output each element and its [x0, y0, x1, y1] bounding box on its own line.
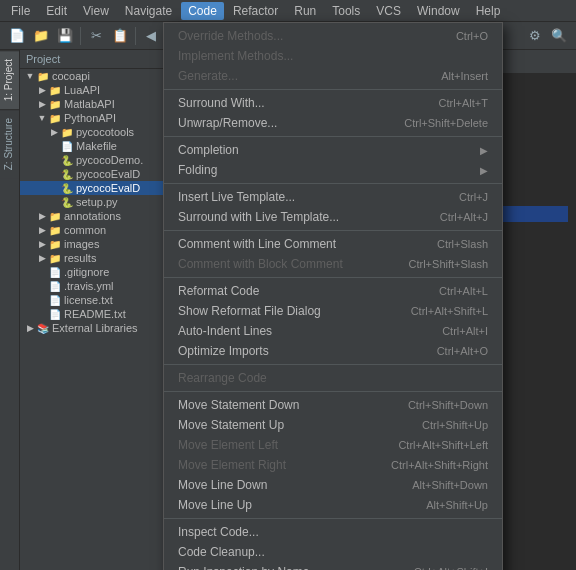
- menu-code[interactable]: Code: [181, 2, 224, 20]
- move-line-down-shortcut: Alt+Shift+Down: [412, 479, 488, 491]
- implement-methods-label: Implement Methods...: [178, 49, 488, 63]
- menu-move-line-down[interactable]: Move Line Down Alt+Shift+Down: [164, 475, 502, 495]
- tree-label-travis: .travis.yml: [64, 280, 114, 292]
- completion-label: Completion: [178, 143, 480, 157]
- copy-btn[interactable]: 📋: [109, 25, 131, 47]
- tree-item-cocoapi[interactable]: ▼ 📁 cocoapi: [20, 69, 170, 83]
- menubar: File Edit View Navigate Code Refactor Ru…: [0, 0, 576, 22]
- menu-folding[interactable]: Folding ▶: [164, 160, 502, 180]
- menu-reformat-code[interactable]: Reformat Code Ctrl+Alt+L: [164, 281, 502, 301]
- sep1: [80, 27, 81, 45]
- tree-item-images[interactable]: ▶ 📁 images: [20, 237, 170, 251]
- reformat-code-shortcut: Ctrl+Alt+L: [439, 285, 488, 297]
- tree-item-license[interactable]: 📄 license.txt: [20, 293, 170, 307]
- tree-item-pycocodemo1[interactable]: 🐍 pycocoDemo.: [20, 153, 170, 167]
- menu-auto-indent[interactable]: Auto-Indent Lines Ctrl+Alt+I: [164, 321, 502, 341]
- menu-run-inspection[interactable]: Run Inspection by Name... Ctrl+Alt+Shift…: [164, 562, 502, 570]
- menu-insert-live-template[interactable]: Insert Live Template... Ctrl+J: [164, 187, 502, 207]
- comment-line-label: Comment with Line Comment: [178, 237, 417, 251]
- menu-surround-live-template[interactable]: Surround with Live Template... Ctrl+Alt+…: [164, 207, 502, 227]
- show-reformat-dialog-label: Show Reformat File Dialog: [178, 304, 391, 318]
- sidebar-tab-structure[interactable]: Z: Structure: [0, 109, 19, 178]
- tree-item-setup[interactable]: 🐍 setup.py: [20, 195, 170, 209]
- menu-surround-with[interactable]: Surround With... Ctrl+Alt+T: [164, 93, 502, 113]
- menu-edit[interactable]: Edit: [39, 2, 74, 20]
- code-cleanup-label: Code Cleanup...: [178, 545, 488, 559]
- tree-arrow-extlibs: ▶: [24, 323, 36, 333]
- folder-icon-luaapi: 📁: [48, 85, 62, 96]
- menu-override-methods[interactable]: Override Methods... Ctrl+O: [164, 26, 502, 46]
- menu-comment-line[interactable]: Comment with Line Comment Ctrl+Slash: [164, 234, 502, 254]
- icon-readme: 📄: [48, 309, 62, 320]
- menu-implement-methods[interactable]: Implement Methods...: [164, 46, 502, 66]
- search-btn[interactable]: 🔍: [548, 25, 570, 47]
- tree-item-pycocotools[interactable]: ▶ 📁 pycocotools: [20, 125, 170, 139]
- menu-move-statement-up[interactable]: Move Statement Up Ctrl+Shift+Up: [164, 415, 502, 435]
- tree-item-pythonapi[interactable]: ▼ 📁 PythonAPI: [20, 111, 170, 125]
- tree-item-travis[interactable]: 📄 .travis.yml: [20, 279, 170, 293]
- tree-arrow-images: ▶: [36, 239, 48, 249]
- tree-item-results[interactable]: ▶ 📁 results: [20, 251, 170, 265]
- menu-refactor[interactable]: Refactor: [226, 2, 285, 20]
- tree-item-common[interactable]: ▶ 📁 common: [20, 223, 170, 237]
- menu-navigate[interactable]: Navigate: [118, 2, 179, 20]
- comment-block-shortcut: Ctrl+Shift+Slash: [409, 258, 488, 270]
- menu-window[interactable]: Window: [410, 2, 467, 20]
- surround-with-label: Surround With...: [178, 96, 418, 110]
- menu-rearrange-code[interactable]: Rearrange Code: [164, 368, 502, 388]
- tree-label-setup: setup.py: [76, 196, 118, 208]
- tree-item-luaapi[interactable]: ▶ 📁 LuaAPI: [20, 83, 170, 97]
- menu-optimize-imports[interactable]: Optimize Imports Ctrl+Alt+O: [164, 341, 502, 361]
- menu-help[interactable]: Help: [469, 2, 508, 20]
- menu-comment-block[interactable]: Comment with Block Comment Ctrl+Shift+Sl…: [164, 254, 502, 274]
- menu-move-line-up[interactable]: Move Line Up Alt+Shift+Up: [164, 495, 502, 515]
- settings-btn[interactable]: ⚙: [524, 25, 546, 47]
- file-icon-makefile: 📄: [60, 141, 74, 152]
- menu-show-reformat-dialog[interactable]: Show Reformat File Dialog Ctrl+Alt+Shift…: [164, 301, 502, 321]
- menu-move-element-left[interactable]: Move Element Left Ctrl+Alt+Shift+Left: [164, 435, 502, 455]
- tree-item-annotations[interactable]: ▶ 📁 annotations: [20, 209, 170, 223]
- icon-license: 📄: [48, 295, 62, 306]
- folder-icon-results: 📁: [48, 253, 62, 264]
- back-btn[interactable]: ◀: [140, 25, 162, 47]
- open-btn[interactable]: 📁: [30, 25, 52, 47]
- auto-indent-label: Auto-Indent Lines: [178, 324, 422, 338]
- menu-move-statement-down[interactable]: Move Statement Down Ctrl+Shift+Down: [164, 395, 502, 415]
- tree-item-makefile[interactable]: 📄 Makefile: [20, 139, 170, 153]
- menu-unwrap-remove[interactable]: Unwrap/Remove... Ctrl+Shift+Delete: [164, 113, 502, 133]
- menu-generate[interactable]: Generate... Alt+Insert: [164, 66, 502, 86]
- comment-block-label: Comment with Block Comment: [178, 257, 389, 271]
- save-btn[interactable]: 💾: [54, 25, 76, 47]
- menu-completion[interactable]: Completion ▶: [164, 140, 502, 160]
- tree-item-readme[interactable]: 📄 README.txt: [20, 307, 170, 321]
- menu-move-element-right[interactable]: Move Element Right Ctrl+Alt+Shift+Right: [164, 455, 502, 475]
- tree-label-annotations: annotations: [64, 210, 121, 222]
- tree-label-common: common: [64, 224, 106, 236]
- tree-arrow-pythonapi: ▼: [36, 113, 48, 123]
- menu-view[interactable]: View: [76, 2, 116, 20]
- tree-label-luaapi: LuaAPI: [64, 84, 100, 96]
- generate-label: Generate...: [178, 69, 421, 83]
- menu-file[interactable]: File: [4, 2, 37, 20]
- tree-item-pycocoevalD2[interactable]: 🐍 pycocoEvalD: [20, 181, 170, 195]
- tree-item-gitignore[interactable]: 📄 .gitignore: [20, 265, 170, 279]
- tree-item-extlibs[interactable]: ▶ 📚 External Libraries: [20, 321, 170, 335]
- menu-inspect-code[interactable]: Inspect Code...: [164, 522, 502, 542]
- folding-arrow: ▶: [480, 165, 488, 176]
- insert-live-template-shortcut: Ctrl+J: [459, 191, 488, 203]
- menu-code-cleanup[interactable]: Code Cleanup...: [164, 542, 502, 562]
- menu-run[interactable]: Run: [287, 2, 323, 20]
- menu-vcs[interactable]: VCS: [369, 2, 408, 20]
- cut-btn[interactable]: ✂: [85, 25, 107, 47]
- tree-item-pycocoevalD1[interactable]: 🐍 pycocoEvalD: [20, 167, 170, 181]
- generate-shortcut: Alt+Insert: [441, 70, 488, 82]
- sidebar-tab-project[interactable]: 1: Project: [0, 50, 19, 109]
- folder-icon-cocoapi: 📁: [36, 71, 50, 82]
- py-icon-demo1: 🐍: [60, 155, 74, 166]
- tree-item-matlabapi[interactable]: ▶ 📁 MatlabAPI: [20, 97, 170, 111]
- new-file-btn[interactable]: 📄: [6, 25, 28, 47]
- folder-icon-pycocotools: 📁: [60, 127, 74, 138]
- sep-7: [164, 391, 502, 392]
- menu-tools[interactable]: Tools: [325, 2, 367, 20]
- folder-icon-common: 📁: [48, 225, 62, 236]
